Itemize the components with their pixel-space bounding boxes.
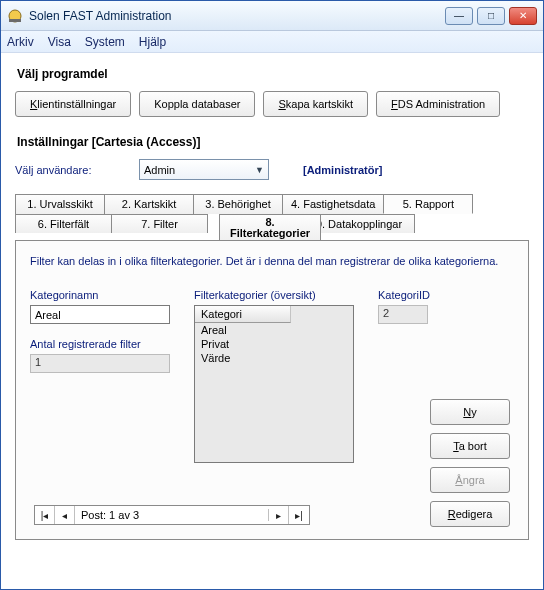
tab-panel-filterkategorier: Filter kan delas in i olika filterkatego… xyxy=(15,240,529,540)
list-header[interactable]: Kategori xyxy=(195,306,291,323)
nav-next-button[interactable]: ▸ xyxy=(269,506,289,524)
record-navigator: |◂ ◂ Post: 1 av 3 ▸ ▸| xyxy=(34,505,310,525)
kategorinamn-input[interactable] xyxy=(30,305,170,324)
menu-hjalp[interactable]: Hjälp xyxy=(139,35,166,49)
maximize-button[interactable]: □ xyxy=(477,7,505,25)
ny-button[interactable]: Ny xyxy=(430,399,510,425)
app-window: Solen FAST Administration — □ ✕ Arkiv Vi… xyxy=(0,0,544,590)
tab-fastighetsdata[interactable]: 4. Fastighetsdata xyxy=(282,194,384,214)
administrator-label: [Administratör] xyxy=(303,164,382,176)
chevron-down-icon: ▼ xyxy=(255,165,264,175)
tab-rapport[interactable]: 5. Rapport xyxy=(383,194,473,214)
tabs: 1. Urvalsskikt 2. Kartskikt 3. Behörighe… xyxy=(15,194,529,540)
list-label: Filterkategorier (översikt) xyxy=(194,289,354,301)
kategoriid-label: KategoriID xyxy=(378,289,430,301)
col-kategorinamn: Kategorinamn Antal registrerade filter 1 xyxy=(30,289,170,463)
col-list: Filterkategorier (översikt) Kategori Are… xyxy=(194,289,354,463)
fds-administration-button[interactable]: FDS Administration xyxy=(376,91,500,117)
menu-bar: Arkiv Visa System Hjälp xyxy=(1,31,543,53)
menu-system[interactable]: System xyxy=(85,35,125,49)
user-label: Välj användare: xyxy=(15,164,125,176)
minimize-button[interactable]: — xyxy=(445,7,473,25)
program-buttons-row: Klientinställningar Koppla databaser Ska… xyxy=(15,91,529,117)
menu-visa[interactable]: Visa xyxy=(48,35,71,49)
user-select-value: Admin xyxy=(144,164,175,176)
nav-first-button[interactable]: |◂ xyxy=(35,506,55,524)
col-kategoriid: KategoriID 2 xyxy=(378,289,430,463)
klientinstallningar-button[interactable]: Klientinställningar xyxy=(15,91,131,117)
nav-last-button[interactable]: ▸| xyxy=(289,506,309,524)
user-row: Välj användare: Admin ▼ [Administratör] xyxy=(15,159,529,180)
tab-filterkategorier-num: 8. xyxy=(230,217,310,227)
tab-behorighet[interactable]: 3. Behörighet xyxy=(193,194,283,214)
list-item[interactable]: Värde xyxy=(195,351,291,365)
app-icon xyxy=(7,8,23,24)
list-item[interactable]: Privat xyxy=(195,337,291,351)
antal-label: Antal registrerade filter xyxy=(30,338,170,350)
panel-description: Filter kan delas in i olika filterkatego… xyxy=(30,255,514,267)
tab-filterkategorier-label: Filterkategorier xyxy=(230,227,310,239)
tab-row-1: 1. Urvalsskikt 2. Kartskikt 3. Behörighe… xyxy=(15,194,529,214)
close-button[interactable]: ✕ xyxy=(509,7,537,25)
redigera-button[interactable]: Redigera xyxy=(430,501,510,527)
section-heading-programdel: Välj programdel xyxy=(17,67,527,81)
nav-position-text: Post: 1 av 3 xyxy=(75,509,269,521)
user-select[interactable]: Admin ▼ xyxy=(139,159,269,180)
angra-button[interactable]: Ångra xyxy=(430,467,510,493)
tab-filter[interactable]: 7. Filter xyxy=(111,214,208,233)
kategorinamn-label: Kategorinamn xyxy=(30,289,170,301)
tab-filterfalt[interactable]: 6. Filterfält xyxy=(15,214,112,233)
tab-kartskikt[interactable]: 2. Kartskikt xyxy=(104,194,194,214)
kategoriid-value: 2 xyxy=(378,305,428,324)
list-item[interactable]: Areal xyxy=(195,323,291,337)
window-title: Solen FAST Administration xyxy=(29,9,445,23)
tab-filterkategorier[interactable]: 8. Filterkategorier xyxy=(219,214,321,241)
svg-rect-1 xyxy=(9,19,21,22)
nav-prev-button[interactable]: ◂ xyxy=(55,506,75,524)
title-bar: Solen FAST Administration — □ ✕ xyxy=(1,1,543,31)
tabort-button[interactable]: Ta bort xyxy=(430,433,510,459)
window-buttons: — □ ✕ xyxy=(445,7,537,25)
tab-urvalsskikt[interactable]: 1. Urvalsskikt xyxy=(15,194,105,214)
koppla-databaser-button[interactable]: Koppla databaser xyxy=(139,91,255,117)
filterkategorier-listbox[interactable]: Kategori Areal Privat Värde xyxy=(194,305,354,463)
section-heading-installningar: Inställningar [Cartesia (Access)] xyxy=(17,135,527,149)
action-buttons: Ny Ta bort Ångra Redigera xyxy=(430,399,510,527)
antal-value: 1 xyxy=(30,354,170,373)
menu-arkiv[interactable]: Arkiv xyxy=(7,35,34,49)
skapa-kartskikt-button[interactable]: Skapa kartskikt xyxy=(263,91,368,117)
tab-row-3: 8. Filterkategorier xyxy=(215,213,325,240)
client-area: Välj programdel Klientinställningar Kopp… xyxy=(1,53,543,550)
